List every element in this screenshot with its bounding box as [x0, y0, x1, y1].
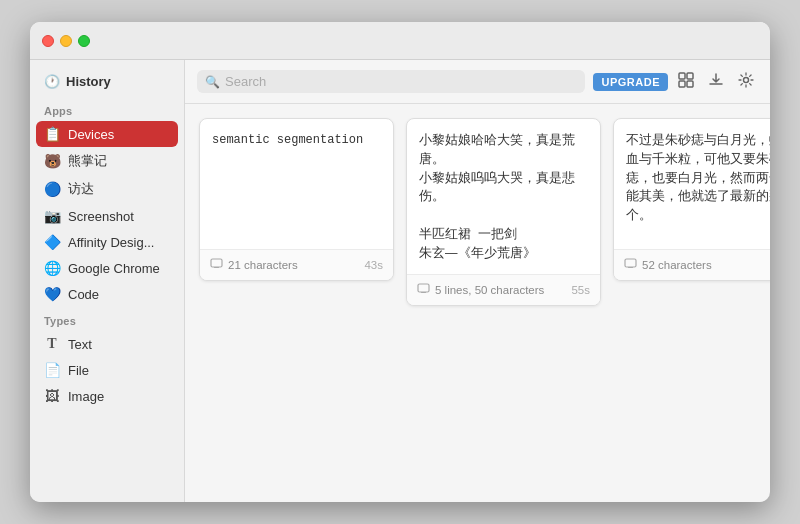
card-2[interactable]: 小黎姑娘哈哈大笑，真是荒唐。 小黎姑娘呜呜大哭，真是悲伤。 半匹红裙 一把剑 朱…	[406, 118, 601, 306]
search-input[interactable]	[225, 74, 577, 89]
sidebar-item-xiongzhang-label: 熊掌记	[68, 152, 107, 170]
svg-point-4	[744, 77, 749, 82]
sidebar-item-image-label: Image	[68, 389, 104, 404]
sidebar-item-fangda[interactable]: 🔵 访达	[30, 175, 184, 203]
close-button[interactable]	[42, 35, 54, 47]
download-icon	[708, 72, 724, 88]
svg-rect-7	[625, 259, 636, 267]
svg-rect-2	[679, 81, 685, 87]
main-content: 🕐 History Apps 📋 Devices 🐻 熊掌记 🔵 访达 📷 Sc…	[30, 60, 770, 502]
sidebar-item-text-label: Text	[68, 337, 92, 352]
right-panel: 🔍 UPGRADE	[185, 60, 770, 502]
card-3-body: 不过是朱砂痣与白月光，蚊子血与千米粒，可他又要朱砂痣，也要白月光，然而两全不能其…	[614, 119, 770, 249]
svg-rect-6	[418, 284, 429, 292]
affinity-icon: 🔷	[44, 234, 60, 250]
upgrade-button[interactable]: UPGRADE	[593, 73, 668, 91]
code-icon: 💙	[44, 286, 60, 302]
section-label-types: Types	[30, 307, 184, 331]
sidebar-item-affinity-label: Affinity Desig...	[68, 235, 154, 250]
grid-view-button[interactable]	[674, 70, 698, 94]
grid-icon	[678, 72, 694, 88]
card-3-footer: 52 characters 1m	[614, 249, 770, 280]
card-1-device-icon	[210, 257, 223, 273]
sidebar-item-fangda-label: 访达	[68, 180, 94, 198]
card-2-content: 小黎姑娘哈哈大笑，真是荒唐。 小黎姑娘呜呜大哭，真是悲伤。 半匹红裙 一把剑 朱…	[419, 133, 575, 260]
card-2-device-icon	[417, 282, 430, 298]
svg-rect-5	[211, 259, 222, 267]
toolbar: 🔍 UPGRADE	[185, 60, 770, 104]
card-1-body: semantic segmentation	[200, 119, 393, 249]
card-1-footer: 21 characters 43s	[200, 249, 393, 280]
screenshot-icon: 📷	[44, 208, 60, 224]
card-2-time: 55s	[571, 284, 590, 296]
svg-rect-0	[679, 73, 685, 79]
sidebar-title-label: History	[66, 74, 111, 89]
sidebar-item-chrome-label: Google Chrome	[68, 261, 160, 276]
toolbar-actions: UPGRADE	[593, 70, 758, 94]
sidebar-item-affinity[interactable]: 🔷 Affinity Desig...	[30, 229, 184, 255]
card-2-body: 小黎姑娘哈哈大笑，真是荒唐。 小黎姑娘呜呜大哭，真是悲伤。 半匹红裙 一把剑 朱…	[407, 119, 600, 274]
devices-icon: 📋	[44, 126, 60, 142]
svg-rect-3	[687, 81, 693, 87]
text-icon: T	[44, 336, 60, 352]
section-label-apps: Apps	[30, 97, 184, 121]
sidebar-item-file[interactable]: 📄 File	[30, 357, 184, 383]
download-button[interactable]	[704, 70, 728, 94]
minimize-button[interactable]	[60, 35, 72, 47]
settings-icon	[738, 72, 754, 88]
sidebar-item-image[interactable]: 🖼 Image	[30, 383, 184, 409]
history-icon: 🕐	[44, 74, 60, 89]
card-3-device-icon	[624, 257, 637, 273]
sidebar-item-text[interactable]: T Text	[30, 331, 184, 357]
titlebar	[30, 22, 770, 60]
image-icon: 🖼	[44, 388, 60, 404]
sidebar-item-devices[interactable]: 📋 Devices	[36, 121, 178, 147]
card-1-time: 43s	[364, 259, 383, 271]
card-2-footer: 5 lines, 50 characters 55s	[407, 274, 600, 305]
sidebar-item-screenshot-label: Screenshot	[68, 209, 134, 224]
card-3-meta-label: 52 characters	[642, 259, 712, 271]
sidebar: 🕐 History Apps 📋 Devices 🐻 熊掌记 🔵 访达 📷 Sc…	[30, 60, 185, 502]
file-icon: 📄	[44, 362, 60, 378]
sidebar-item-code-label: Code	[68, 287, 99, 302]
sidebar-item-screenshot[interactable]: 📷 Screenshot	[30, 203, 184, 229]
sidebar-item-xiongzhang[interactable]: 🐻 熊掌记	[30, 147, 184, 175]
card-3[interactable]: 不过是朱砂痣与白月光，蚊子血与千米粒，可他又要朱砂痣，也要白月光，然而两全不能其…	[613, 118, 770, 281]
card-2-meta-label: 5 lines, 50 characters	[435, 284, 544, 296]
xiongzhang-icon: 🐻	[44, 153, 60, 169]
traffic-lights	[42, 35, 90, 47]
sidebar-item-code[interactable]: 💙 Code	[30, 281, 184, 307]
card-1-meta-label: 21 characters	[228, 259, 298, 271]
cards-area: semantic segmentation 21 characters	[185, 104, 770, 502]
settings-button[interactable]	[734, 70, 758, 94]
search-icon: 🔍	[205, 75, 220, 89]
sidebar-item-file-label: File	[68, 363, 89, 378]
card-1-content: semantic segmentation	[212, 133, 363, 147]
card-1[interactable]: semantic segmentation 21 characters	[199, 118, 394, 281]
chrome-icon: 🌐	[44, 260, 60, 276]
sidebar-title: 🕐 History	[30, 70, 184, 97]
card-1-meta: 21 characters	[210, 257, 298, 273]
card-3-meta: 52 characters	[624, 257, 712, 273]
sidebar-item-chrome[interactable]: 🌐 Google Chrome	[30, 255, 184, 281]
svg-rect-1	[687, 73, 693, 79]
card-3-content: 不过是朱砂痣与白月光，蚊子血与千米粒，可他又要朱砂痣，也要白月光，然而两全不能其…	[626, 133, 770, 222]
search-box[interactable]: 🔍	[197, 70, 585, 93]
maximize-button[interactable]	[78, 35, 90, 47]
sidebar-item-devices-label: Devices	[68, 127, 114, 142]
fangda-icon: 🔵	[44, 181, 60, 197]
app-window: 🕐 History Apps 📋 Devices 🐻 熊掌记 🔵 访达 📷 Sc…	[30, 22, 770, 502]
card-2-meta: 5 lines, 50 characters	[417, 282, 544, 298]
